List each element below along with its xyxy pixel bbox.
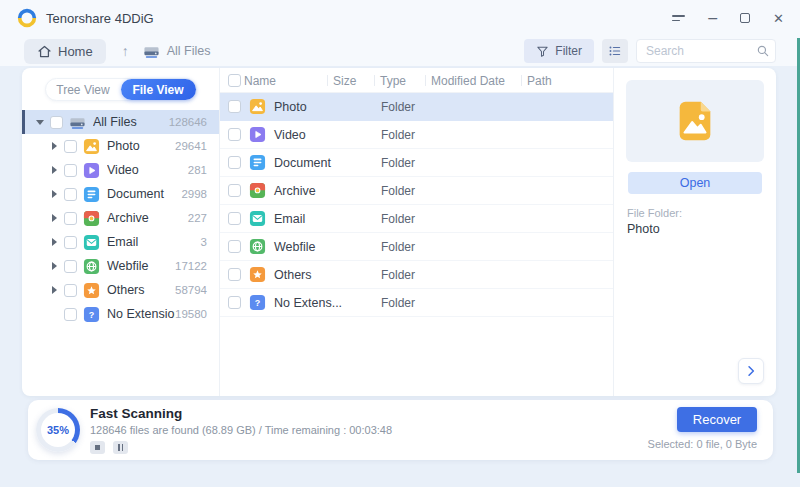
column-header-name[interactable]: Name bbox=[244, 74, 276, 88]
table-row-no-extens[interactable]: ?No Extens...Folder bbox=[220, 289, 613, 317]
tab-tree-view[interactable]: Tree View bbox=[46, 79, 121, 100]
row-type: Folder bbox=[381, 156, 415, 170]
sidebar-item-photo[interactable]: Photo29641 bbox=[22, 134, 219, 158]
tab-file-view[interactable]: File View bbox=[121, 79, 196, 100]
expand-caret-icon[interactable] bbox=[48, 262, 60, 270]
table-row-webfile[interactable]: WebfileFolder bbox=[220, 233, 613, 261]
row-name: Archive bbox=[274, 184, 316, 198]
others-icon bbox=[83, 282, 100, 299]
sidebar-item-others[interactable]: Others58794 bbox=[22, 278, 219, 302]
checkbox[interactable] bbox=[64, 284, 77, 297]
video-icon bbox=[83, 162, 100, 179]
stop-button[interactable] bbox=[90, 441, 105, 454]
row-name: Document bbox=[274, 156, 331, 170]
sidebar-item-label: All Files bbox=[93, 115, 169, 129]
home-button[interactable]: Home bbox=[24, 39, 106, 64]
row-type: Folder bbox=[381, 100, 415, 114]
checkbox[interactable] bbox=[64, 236, 77, 249]
document-icon bbox=[83, 186, 100, 203]
video-icon bbox=[249, 126, 266, 143]
filter-button[interactable]: Filter bbox=[524, 39, 594, 63]
app-title: Tenorshare 4DDiG bbox=[46, 11, 154, 26]
column-header-type[interactable]: Type bbox=[380, 74, 406, 88]
table-row-video[interactable]: VideoFolder bbox=[220, 121, 613, 149]
sidebar-item-archive[interactable]: Archive227 bbox=[22, 206, 219, 230]
row-type: Folder bbox=[381, 212, 415, 226]
progress-ring: 35% bbox=[36, 408, 80, 452]
search-icon bbox=[756, 44, 770, 58]
column-divider bbox=[374, 75, 375, 86]
expand-caret-icon[interactable] bbox=[34, 120, 46, 125]
item-count: 3 bbox=[201, 236, 207, 248]
minimize-button[interactable]: – bbox=[708, 10, 717, 26]
sidebar-item-email[interactable]: Email3 bbox=[22, 230, 219, 254]
breadcrumb[interactable]: All Files bbox=[143, 43, 211, 60]
menu-icon[interactable] bbox=[672, 10, 685, 26]
pause-icon bbox=[118, 444, 123, 451]
breadcrumb-label: All Files bbox=[167, 44, 211, 58]
file-tree: All Files128646Photo29641Video281Documen… bbox=[22, 110, 219, 326]
checkbox[interactable] bbox=[228, 100, 241, 113]
table-row-email[interactable]: EmailFolder bbox=[220, 205, 613, 233]
sidebar-item-video[interactable]: Video281 bbox=[22, 158, 219, 182]
checkbox[interactable] bbox=[64, 188, 77, 201]
expand-caret-icon[interactable] bbox=[48, 214, 60, 222]
column-header-modified-date[interactable]: Modified Date bbox=[431, 74, 505, 88]
main-panel: Tree View File View All Files128646Photo… bbox=[22, 68, 776, 396]
expand-caret-icon[interactable] bbox=[48, 238, 60, 246]
recover-button[interactable]: Recover bbox=[677, 407, 757, 432]
expand-caret-icon[interactable] bbox=[48, 142, 60, 150]
up-arrow-icon[interactable]: ↑ bbox=[122, 43, 129, 59]
list-view-button[interactable] bbox=[602, 39, 628, 63]
sidebar-item-label: Email bbox=[107, 235, 201, 249]
table-row-archive[interactable]: ArchiveFolder bbox=[220, 177, 613, 205]
open-button[interactable]: Open bbox=[628, 172, 762, 194]
checkbox[interactable] bbox=[228, 128, 241, 141]
close-button[interactable]: ✕ bbox=[773, 10, 784, 26]
checkbox[interactable] bbox=[50, 116, 63, 129]
search-input[interactable] bbox=[636, 39, 776, 63]
pause-button[interactable] bbox=[113, 441, 128, 454]
drive-icon bbox=[143, 43, 160, 60]
select-all-checkbox[interactable] bbox=[228, 74, 241, 87]
archive-icon bbox=[83, 210, 100, 227]
table-row-others[interactable]: OthersFolder bbox=[220, 261, 613, 289]
maximize-button[interactable] bbox=[740, 10, 750, 26]
next-page-button[interactable] bbox=[738, 358, 764, 384]
expand-caret-icon[interactable] bbox=[48, 166, 60, 174]
checkbox[interactable] bbox=[64, 308, 77, 321]
expand-caret-icon[interactable] bbox=[48, 190, 60, 198]
column-header-size[interactable]: Size bbox=[333, 74, 356, 88]
checkbox[interactable] bbox=[228, 184, 241, 197]
checkbox[interactable] bbox=[228, 212, 241, 225]
file-table: NameSizeTypeModified DatePath PhotoFolde… bbox=[220, 68, 613, 396]
table-row-document[interactable]: DocumentFolder bbox=[220, 149, 613, 177]
document-icon bbox=[249, 154, 266, 171]
checkbox[interactable] bbox=[64, 164, 77, 177]
checkbox[interactable] bbox=[64, 260, 77, 273]
sidebar-item-label: Webfile bbox=[107, 259, 175, 273]
column-header-path[interactable]: Path bbox=[527, 74, 552, 88]
sidebar-item-all-files[interactable]: All Files128646 bbox=[22, 110, 219, 134]
preview-box bbox=[626, 80, 764, 162]
checkbox[interactable] bbox=[64, 212, 77, 225]
home-icon bbox=[37, 44, 52, 59]
sidebar-item-label: Others bbox=[107, 283, 175, 297]
checkbox[interactable] bbox=[228, 296, 241, 309]
checkbox[interactable] bbox=[228, 268, 241, 281]
nav-bar: Home ↑ All Files Filter bbox=[0, 36, 800, 66]
row-name: Email bbox=[274, 212, 305, 226]
funnel-icon bbox=[536, 45, 549, 58]
sidebar-item-document[interactable]: Document2998 bbox=[22, 182, 219, 206]
item-count: 281 bbox=[188, 164, 207, 176]
checkbox[interactable] bbox=[228, 156, 241, 169]
checkbox[interactable] bbox=[228, 240, 241, 253]
sidebar-item-webfile[interactable]: Webfile17122 bbox=[22, 254, 219, 278]
preview-panel: Open File Folder: Photo bbox=[613, 68, 776, 396]
table-body: PhotoFolderVideoFolderDocumentFolderArch… bbox=[220, 93, 613, 317]
expand-caret-icon[interactable] bbox=[48, 286, 60, 294]
table-row-photo[interactable]: PhotoFolder bbox=[220, 93, 613, 121]
others-icon bbox=[249, 266, 266, 283]
checkbox[interactable] bbox=[64, 140, 77, 153]
sidebar-item-no-extension[interactable]: ?No Extension19580 bbox=[22, 302, 219, 326]
